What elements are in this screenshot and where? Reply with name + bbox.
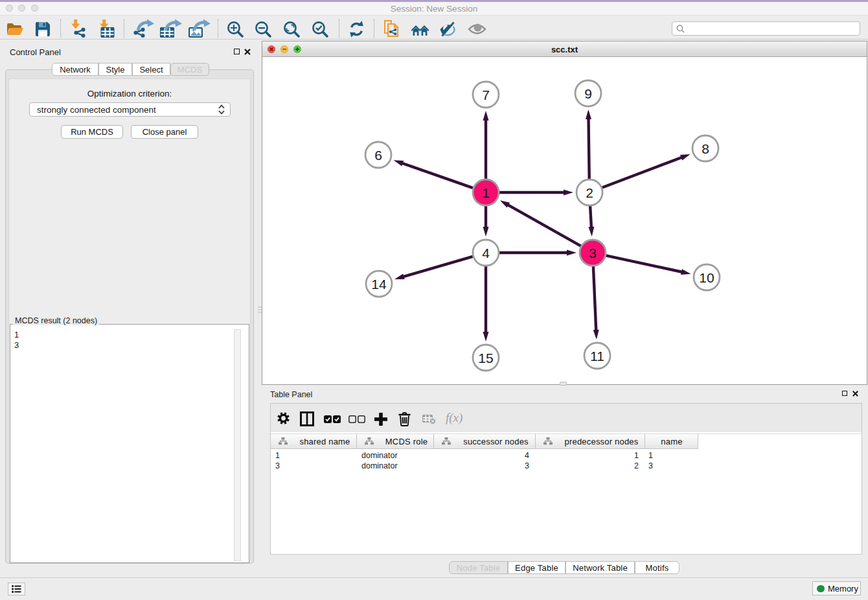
- svg-text:1: 1: [482, 185, 490, 200]
- svg-text:7: 7: [482, 87, 490, 102]
- svg-text:14: 14: [371, 277, 387, 292]
- svg-text:9: 9: [584, 86, 592, 101]
- svg-text:15: 15: [478, 351, 493, 365]
- svg-text:8: 8: [702, 141, 709, 156]
- svg-text:6: 6: [374, 148, 382, 163]
- svg-text:11: 11: [590, 349, 604, 363]
- svg-text:10: 10: [699, 270, 714, 285]
- svg-text:3: 3: [589, 246, 597, 260]
- svg-text:4: 4: [482, 246, 490, 260]
- svg-text:2: 2: [586, 185, 593, 200]
